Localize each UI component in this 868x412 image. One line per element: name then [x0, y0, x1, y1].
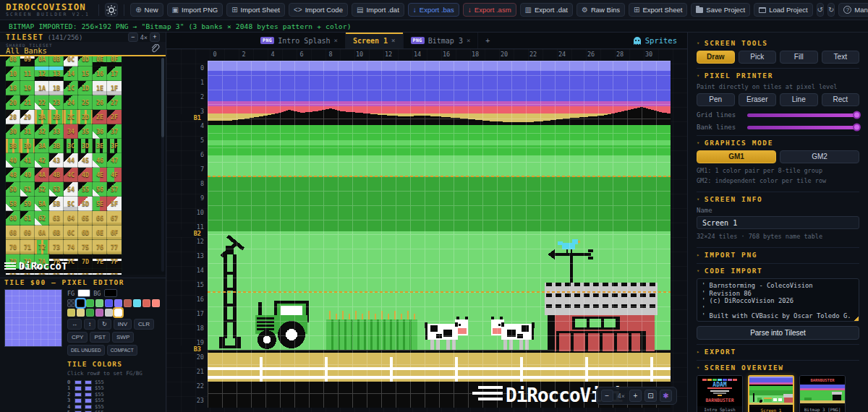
tileset-tile-4F[interactable]: 4F [107, 168, 122, 182]
tileset-tile-2E[interactable]: 2E [93, 110, 107, 124]
tool-text-button[interactable]: Text [822, 51, 860, 64]
palette-swatch-8[interactable] [142, 299, 150, 307]
tileset-tile-18[interactable]: 18 [6, 81, 20, 95]
tileset-tile-13[interactable]: 13 [49, 66, 64, 81]
compact-button[interactable]: COMPACT [107, 345, 137, 356]
tileset-tile-44[interactable]: 44 [64, 153, 78, 168]
close-icon[interactable]: × [391, 37, 395, 44]
tab-intro-splash[interactable]: PNG Intro Splash× [253, 33, 346, 48]
tileset-tile-48[interactable]: 48 [6, 168, 20, 182]
tool-eraser-button[interactable]: Eraser [739, 93, 777, 106]
tileset-tile-39[interactable]: 39 [20, 139, 35, 153]
tileset-tile-37[interactable]: 37 [107, 124, 122, 139]
new-button[interactable]: ⊕New [130, 3, 163, 17]
palette-swatch-12[interactable] [86, 309, 94, 317]
grid-lines-slider[interactable] [747, 113, 859, 117]
tileset-tile-3F[interactable]: 3F [107, 139, 122, 153]
tileset-tile-40[interactable]: 40 [6, 153, 20, 168]
copy-button[interactable]: CPY [67, 332, 88, 343]
tileset-tile-25[interactable]: 25 [78, 95, 93, 110]
tileset-tile-86[interactable]: 86 [93, 269, 107, 275]
canvas-zoom-out-button[interactable]: − [601, 390, 613, 402]
flip-h-button[interactable]: ↔ [67, 319, 82, 330]
palette-swatch-13[interactable] [95, 309, 103, 317]
tileset-tile-5B[interactable]: 5B [49, 197, 64, 211]
tileset-scrollbar[interactable] [161, 58, 164, 272]
tileset-tile-77[interactable]: 77 [107, 240, 122, 254]
palette-swatch-15[interactable] [114, 309, 122, 317]
tileset-tile-1F[interactable]: 1F [107, 81, 122, 95]
tileset-tile-6E[interactable]: 6E [93, 226, 107, 240]
tileset-tile-20[interactable]: 20 [6, 95, 20, 110]
tileset-tile-68[interactable]: 68 [6, 226, 20, 240]
tileset-tile-28[interactable]: 28 [6, 110, 20, 124]
import-code-button[interactable]: <>Import Code [289, 3, 348, 17]
tileset-tile-0F[interactable]: 0F [107, 56, 122, 66]
thumb-bitmap-3[interactable]: BARNBUSTER Bitmap 3 [PNG] [799, 375, 846, 412]
tileset-tile-38[interactable]: 38 [6, 139, 20, 153]
rotate-button[interactable]: ↻ [98, 319, 111, 330]
tileset-tile-7F[interactable]: 7F [107, 254, 122, 269]
tileset-tile-49[interactable]: 49 [20, 168, 35, 182]
tileset-tile-41[interactable]: 41 [20, 153, 35, 168]
tileset-tile-0D[interactable]: 0D [78, 56, 93, 66]
gm1-button[interactable]: GM1 [697, 150, 776, 163]
tileset-tile-2C[interactable]: 2C [64, 110, 78, 124]
tileset-tile-59[interactable]: 59 [20, 197, 35, 211]
palette-swatch-3[interactable] [95, 299, 103, 307]
tileset-tile-31[interactable]: 31 [20, 124, 35, 139]
tileset-tile-17[interactable]: 17 [107, 66, 122, 81]
tileset-tile-52[interactable]: 52 [35, 182, 49, 197]
tileset-tile-66[interactable]: 66 [93, 211, 107, 226]
palette-swatch-1[interactable] [77, 299, 85, 307]
tileset-tile-3A[interactable]: 3A [35, 139, 49, 153]
tileset-tile-2A[interactable]: 2A [35, 110, 49, 124]
export-asm-button[interactable]: ↓Export .asm [463, 3, 516, 17]
tileset-tile-43[interactable]: 43 [49, 153, 64, 168]
export-dat-button[interactable]: ▥Export .dat [520, 3, 573, 17]
tileset-tile-3D[interactable]: 3D [78, 139, 93, 153]
tileset-tile-56[interactable]: 56 [93, 182, 107, 197]
export-bas-button[interactable]: ↓Export .bas [408, 3, 459, 17]
tileset-tile-32[interactable]: 32 [35, 124, 49, 139]
tileset-tile-35[interactable]: 35 [78, 124, 93, 139]
tileset-tile-61[interactable]: 61 [20, 211, 35, 226]
tileset-tile-1B[interactable]: 1B [49, 81, 64, 95]
screen-name-input[interactable] [697, 216, 859, 229]
palette-swatch-5[interactable] [114, 299, 122, 307]
tileset-tile-7E[interactable]: 7E [93, 254, 107, 269]
flip-v-button[interactable]: ↕ [84, 319, 95, 330]
palette-swatch-2[interactable] [86, 299, 94, 307]
tool-pen-button[interactable]: Pen [697, 93, 735, 106]
tileset-tile-19[interactable]: 19 [20, 81, 35, 95]
tileset-tile-7D[interactable]: 7D [78, 254, 93, 269]
import-png-header[interactable]: ▸IMPORT PNG [697, 251, 859, 259]
tileset-tile-53[interactable]: 53 [49, 182, 64, 197]
palette-swatch-9[interactable] [152, 299, 160, 307]
link-icon[interactable] [150, 44, 160, 53]
load-project-button[interactable]: Load Project [754, 3, 812, 17]
tool-line-button[interactable]: Line [780, 93, 818, 106]
invert-button[interactable]: INV [114, 319, 132, 330]
close-icon[interactable]: × [467, 37, 470, 44]
tileset-tile-69[interactable]: 69 [20, 226, 35, 240]
import-sheet-button[interactable]: ⊞Import Sheet [226, 3, 285, 17]
tileset-tile-0C[interactable]: 0C [64, 56, 78, 66]
tileset-tile-1E[interactable]: 1E [93, 81, 107, 95]
tileset-tile-30[interactable]: 30 [6, 124, 20, 139]
swap-button[interactable]: SWP [112, 332, 134, 343]
sprites-button[interactable]: Sprites [623, 33, 687, 48]
tileset-tile-2D[interactable]: 2D [78, 110, 93, 124]
tileset-tile-3E[interactable]: 3E [93, 139, 107, 153]
tile-color-row-3[interactable]: 3$55 [67, 398, 167, 404]
gm2-button[interactable]: GM2 [780, 150, 859, 163]
tileset-tile-5E[interactable]: 5E [93, 197, 107, 211]
tileset-tile-11[interactable]: 11 [20, 66, 35, 81]
tileset-tile-34[interactable]: 34 [64, 124, 78, 139]
tileset-tile-3C[interactable]: 3C [64, 139, 78, 153]
tileset-tile-74[interactable]: 74 [64, 240, 78, 254]
tileset-tile-72[interactable]: 72 [35, 240, 49, 254]
palette-swatch-11[interactable] [77, 309, 85, 317]
tileset-tile-55[interactable]: 55 [78, 182, 93, 197]
tileset-tile-27[interactable]: 27 [107, 95, 122, 110]
